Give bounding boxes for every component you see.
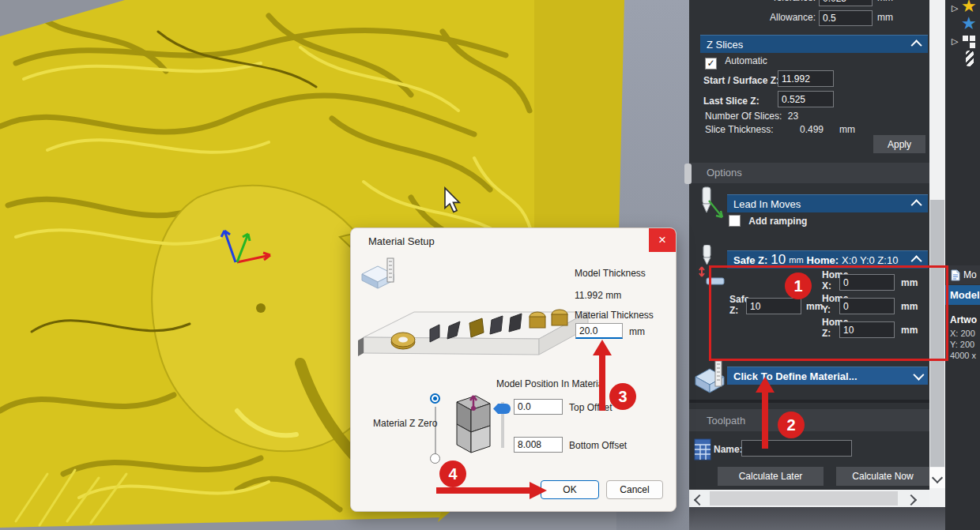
material-preview-image (357, 306, 594, 380)
collapse-chevron-icon[interactable] (911, 39, 922, 51)
automatic-checkbox[interactable] (705, 58, 717, 70)
calculate-later-button[interactable]: Calculate Later (718, 467, 824, 486)
section-divider (689, 400, 929, 403)
model-resolution: 4000 x (950, 351, 976, 360)
annotation-arrow-4-head (530, 482, 547, 499)
material-thickness-input[interactable] (575, 323, 623, 339)
panel-footer-area (689, 507, 945, 530)
tolerance-unit: mm (877, 0, 893, 3)
lead-in-moves-header[interactable]: Lead In Moves (727, 194, 928, 212)
number-of-slices-label: Number Of Slices: (705, 111, 782, 122)
collapse-chevron-icon[interactable] (911, 199, 922, 210)
allowance-input[interactable] (819, 10, 873, 26)
scroll-right-arrow[interactable] (907, 495, 915, 506)
elephant-eye (256, 303, 266, 313)
annotation-arrow-3-shaft (599, 355, 605, 411)
calculate-now-button[interactable]: Calculate Now (836, 467, 929, 486)
model-y-dimension: Y: 200 (950, 340, 974, 349)
material-thickness-unit: mm (629, 326, 645, 337)
allowance-label: Allowance: (689, 12, 816, 23)
last-slice-z-label: Last Slice Z: (703, 96, 760, 107)
layers-icon[interactable] (963, 36, 976, 49)
z-zero-block-diagram (444, 391, 496, 459)
annotation-box-safe-z (709, 265, 948, 361)
automatic-checkbox-row[interactable]: Automatic (705, 55, 767, 70)
z-zero-top-radio[interactable] (430, 393, 440, 404)
model-x-dimension: X: 200 (950, 329, 975, 338)
add-ramping-label: Add ramping (748, 216, 807, 227)
artwork-label: Artwo (950, 314, 977, 325)
lead-in-tool-icon (699, 186, 726, 223)
scroll-left-arrow[interactable] (695, 495, 703, 506)
z-slices-title: Z Slices (707, 39, 743, 51)
z-zero-bottom-radio[interactable] (430, 453, 440, 464)
last-slice-z-input[interactable] (778, 91, 834, 107)
number-of-slices-value: 23 (788, 111, 798, 122)
apply-button[interactable]: Apply (873, 135, 925, 153)
annotation-arrow-2-head (756, 377, 775, 393)
allowance-unit: mm (877, 12, 893, 23)
toolpath-name-input[interactable] (741, 440, 852, 457)
allowance-row: Allowance: mm (689, 9, 929, 27)
z-slices-header[interactable]: Z Slices (700, 35, 928, 53)
blue-star-icon[interactable]: ★ (961, 15, 977, 32)
number-of-slices-row: Number Of Slices: 23 (705, 111, 798, 122)
radio-connector-line (435, 407, 436, 454)
annotation-step-3: 3 (609, 383, 636, 410)
model-position-label: Model Position In Material (496, 378, 605, 389)
annotation-step-1: 1 (785, 273, 812, 299)
start-surface-z-label: Start / Surface Z: (703, 75, 779, 86)
annotation-arrow-4-shaft (436, 487, 531, 494)
model-thickness-label: Model Thickness (575, 268, 646, 279)
tree-expander-icon[interactable]: ▷ (952, 36, 958, 47)
toolpath-name-label: Name: (714, 444, 743, 455)
parameters-panel: Tolerance: mm Allowance: mm Z Slices Aut… (689, 0, 929, 507)
add-ramping-checkbox[interactable] (729, 215, 741, 227)
cancel-button[interactable]: Cancel (606, 480, 663, 499)
material-setup-dialog: Material Setup × Model Thickness 11.992 … (350, 227, 677, 512)
material-thickness-label: Material Thickness (575, 310, 654, 321)
tolerance-row: Tolerance: mm (689, 0, 929, 8)
horizontal-scrollbar[interactable] (689, 490, 929, 507)
annotation-arrow-2-shaft (762, 392, 768, 449)
panel-splitter-handle[interactable] (684, 164, 692, 184)
scroll-down-arrow[interactable] (929, 468, 945, 488)
close-icon[interactable]: × (649, 228, 676, 252)
tree-expander-icon[interactable]: ▷ (952, 3, 958, 13)
expand-chevron-icon[interactable] (913, 370, 924, 381)
top-offset-label: Top Offset (569, 402, 612, 413)
annotation-step-4: 4 (439, 460, 466, 487)
automatic-label: Automatic (725, 55, 767, 66)
top-offset-input[interactable] (514, 399, 563, 415)
tolerance-input[interactable] (819, 0, 873, 6)
start-surface-z-input[interactable] (778, 70, 834, 87)
bottom-offset-label: Bottom Offset (569, 440, 627, 451)
lead-in-moves-title: Lead In Moves (733, 198, 801, 210)
right-toolbar-rail: ▷ ★ ★ ▷ Mo Model Artwo X: 200 Y: 200 400… (945, 0, 980, 530)
dialog-title: Material Setup (368, 235, 435, 247)
add-ramping-row[interactable]: Add ramping (729, 215, 807, 229)
tool-bit-icon[interactable] (966, 51, 974, 66)
safe-z-header-label: Safe Z: (733, 254, 767, 266)
material-block-icon (693, 359, 726, 399)
model-thickness-value: 11.992 mm (575, 290, 621, 301)
document-icon (951, 269, 960, 281)
annotation-step-2: 2 (778, 412, 805, 438)
define-material-label: Click To Define Material... (733, 370, 858, 382)
tolerance-label: Tolerance: (689, 0, 816, 3)
slice-thickness-value: 0.499 (800, 124, 824, 135)
material-z-zero-label: Material Z Zero (373, 418, 437, 429)
ok-button[interactable]: OK (541, 480, 599, 499)
options-section-header: Options (689, 163, 929, 183)
app-window: Tolerance: mm Allowance: mm Z Slices Aut… (0, 0, 980, 530)
annotation-arrow-3-head (593, 340, 612, 355)
horizontal-scrollbar-thumb[interactable] (710, 491, 898, 506)
bottom-offset-input[interactable] (514, 437, 563, 453)
vertical-scrollbar[interactable] (929, 0, 945, 507)
home-header-value: X:0 Y:0 Z:10 (842, 254, 898, 266)
model-tab[interactable]: Mo (947, 265, 980, 284)
toolpath-section-header: Toolpath (689, 409, 929, 431)
material-setup-icon (359, 257, 398, 291)
model-panel-header[interactable]: Model (945, 285, 980, 305)
safe-z-header-unit: mm (789, 255, 803, 265)
